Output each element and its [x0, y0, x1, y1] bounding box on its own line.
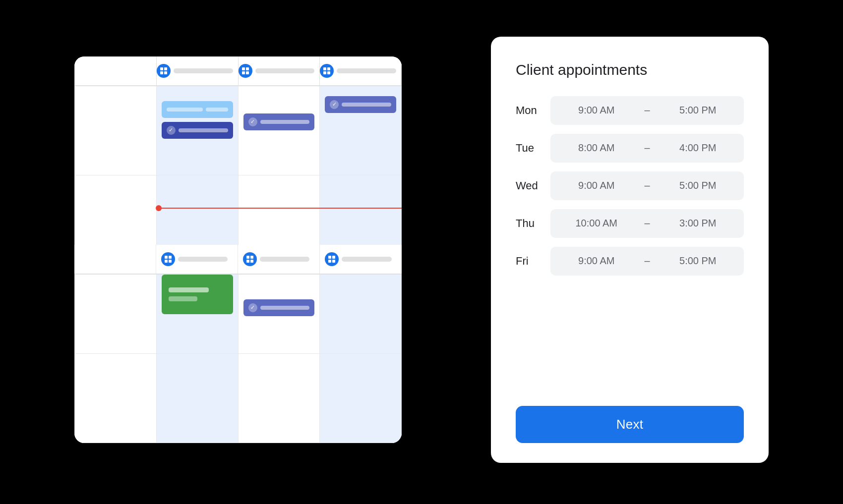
grid-icon-4	[161, 252, 175, 266]
svg-rect-19	[250, 260, 253, 263]
grid-icon-1	[157, 64, 171, 78]
start-time: 9:00 AM	[550, 180, 642, 191]
svg-rect-7	[246, 71, 249, 74]
check-icon: ✓	[248, 117, 257, 126]
svg-rect-20	[328, 256, 331, 259]
appointments-card: Client appointments Mon 9:00 AM – 5:00 P…	[491, 37, 769, 463]
event-bar	[342, 103, 391, 107]
appointment-row: Tue 8:00 AM – 4:00 PM	[516, 134, 744, 163]
cal-cell-r3c1	[75, 265, 157, 354]
appointment-rows-container: Mon 9:00 AM – 5:00 PM Tue 8:00 AM – 4:00…	[516, 96, 744, 284]
event-green-1	[162, 275, 233, 314]
cal-header-4	[320, 56, 402, 86]
time-range-pill: 8:00 AM – 4:00 PM	[550, 134, 744, 163]
check-icon: ✓	[167, 126, 176, 135]
end-time: 5:00 PM	[652, 105, 744, 116]
end-time: 3:00 PM	[652, 218, 744, 229]
start-time: 10:00 AM	[550, 218, 642, 229]
cal-cell-r3c3: ✓	[239, 265, 320, 354]
cal-cell-r1c4: ✓	[320, 86, 402, 175]
svg-rect-6	[242, 71, 245, 74]
svg-rect-1	[164, 67, 167, 70]
svg-rect-2	[160, 71, 163, 74]
svg-rect-4	[242, 67, 245, 70]
end-time: 5:00 PM	[652, 180, 744, 191]
svg-rect-12	[165, 256, 168, 259]
svg-rect-16	[246, 256, 249, 259]
day-label: Thu	[516, 217, 550, 230]
grid-icon-5	[243, 252, 257, 266]
event-bar	[260, 120, 310, 124]
header-bar-6	[342, 257, 392, 262]
time-indicator	[159, 208, 402, 209]
event-bar	[167, 108, 203, 112]
end-time: 4:00 PM	[652, 142, 744, 154]
cal-header-2	[157, 56, 239, 86]
svg-rect-9	[327, 67, 330, 70]
start-time: 8:00 AM	[550, 142, 642, 154]
cal-header-bottom-3	[238, 245, 320, 274]
svg-rect-22	[328, 260, 331, 263]
check-icon: ✓	[330, 100, 339, 109]
day-label: Mon	[516, 104, 550, 117]
cal-cell-r1c1	[75, 86, 157, 175]
grid-icon-6	[325, 252, 339, 266]
svg-rect-5	[246, 67, 249, 70]
svg-rect-8	[323, 67, 326, 70]
appointments-title: Client appointments	[516, 61, 744, 78]
day-label: Wed	[516, 179, 550, 192]
svg-rect-23	[332, 260, 335, 263]
svg-rect-13	[169, 256, 172, 259]
scene: ✓ ✓ ✓	[74, 37, 769, 468]
day-label: Tue	[516, 142, 550, 155]
svg-rect-11	[327, 71, 330, 74]
header-bar-4	[178, 257, 228, 262]
event-purple-1: ✓	[162, 122, 233, 139]
svg-rect-18	[246, 260, 249, 263]
appointment-row: Thu 10:00 AM – 3:00 PM	[516, 209, 744, 238]
cal-cell-r4c2	[157, 354, 239, 443]
time-dash: –	[644, 218, 650, 229]
event-bar	[169, 296, 197, 301]
cal-cell-r3c2	[157, 265, 239, 354]
cal-cell-r1c3: ✓	[239, 86, 320, 175]
cal-cell-r3c4	[320, 265, 402, 354]
check-icon: ✓	[248, 303, 257, 312]
appointment-row: Fri 9:00 AM – 5:00 PM	[516, 247, 744, 276]
header-bar-2	[255, 68, 315, 73]
svg-rect-10	[323, 71, 326, 74]
cal-header-3	[239, 56, 320, 86]
next-button[interactable]: Next	[516, 406, 744, 443]
svg-rect-21	[332, 256, 335, 259]
cal-header-bottom-4	[320, 245, 402, 274]
appointment-row: Wed 9:00 AM – 5:00 PM	[516, 171, 744, 200]
time-range-pill: 9:00 AM – 5:00 PM	[550, 96, 744, 125]
day-label: Fri	[516, 255, 550, 268]
svg-rect-3	[164, 71, 167, 74]
cal-header-bottom	[74, 245, 402, 275]
appointment-row: Mon 9:00 AM – 5:00 PM	[516, 96, 744, 125]
cal-cell-r4c1	[75, 354, 157, 443]
time-dash: –	[644, 180, 650, 191]
event-bar	[179, 128, 228, 132]
calendar-card: ✓ ✓ ✓	[74, 56, 402, 443]
svg-rect-14	[165, 260, 168, 263]
time-dash: –	[644, 255, 650, 267]
header-bar-1	[174, 68, 233, 73]
time-dash: –	[644, 142, 650, 154]
event-blue-1	[162, 101, 233, 118]
header-bar-3	[337, 68, 396, 73]
event-purple-2: ✓	[243, 113, 315, 130]
cal-header-bottom-1	[74, 245, 156, 274]
event-purple-3: ✓	[325, 96, 396, 113]
grid-icon-3	[320, 64, 334, 78]
svg-rect-15	[169, 260, 172, 263]
cal-cell-r4c3	[239, 354, 320, 443]
cal-header-1	[75, 56, 157, 86]
cal-cell-r4c4	[320, 354, 402, 443]
end-time: 5:00 PM	[652, 255, 744, 267]
event-bar	[260, 306, 310, 310]
cal-header-bottom-2	[156, 245, 238, 274]
event-bar	[169, 287, 209, 292]
cal-cell-r1c2: ✓	[157, 86, 239, 175]
